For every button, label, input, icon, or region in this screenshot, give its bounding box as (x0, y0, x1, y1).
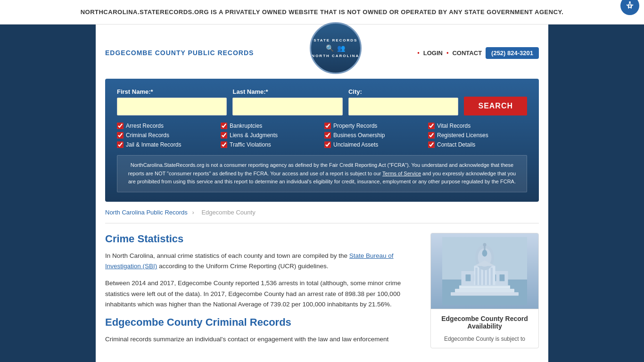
search-area: First Name:* Last Name:* City: SEARCH Ar… (105, 79, 539, 202)
city-label: City: (348, 88, 458, 95)
breadcrumb-current: Edgecombe County (201, 209, 255, 216)
last-name-input[interactable] (232, 98, 342, 115)
checkbox-contact-details[interactable] (428, 141, 435, 148)
capitol-building-icon (442, 236, 527, 306)
checkbox-vital-records[interactable] (428, 123, 435, 129)
svg-rect-12 (500, 274, 505, 281)
checkbox-criminal-records[interactable] (117, 132, 124, 139)
checkbox-item: Contact Details (428, 141, 527, 148)
first-name-field-group: First Name:* (117, 88, 227, 115)
content-wrapper: Crime Statistics In North Carolina, annu… (105, 233, 539, 352)
contact-link[interactable]: CONTACT (452, 49, 482, 57)
breadcrumb-parent-link[interactable]: North Carolina Public Records (105, 209, 188, 216)
checkboxes-grid: Arrest RecordsBankruptciesProperty Recor… (117, 123, 527, 148)
content-sidebar: Edgecombe County Record Availability Edg… (430, 233, 539, 352)
checkbox-label: Traffic Violations (230, 141, 271, 148)
checkbox-jail-&-inmate-records[interactable] (117, 141, 124, 148)
checkbox-traffic-violations[interactable] (221, 141, 227, 148)
logo-area: STATE RECORDS 🔍 👥 NORTH CAROLINA (310, 32, 362, 74)
svg-rect-15 (479, 268, 481, 285)
checkbox-label: Registered Licenses (437, 132, 488, 139)
disclaimer-text: NorthCarolina.StateRecords.org is not a … (128, 162, 516, 184)
last-name-label: Last Name:* (232, 88, 342, 95)
svg-rect-16 (483, 268, 485, 285)
checkbox-label: Vital Records (437, 123, 471, 129)
search-icon: 🔍 (326, 44, 334, 52)
logo-text-top: STATE RECORDS (314, 38, 357, 42)
city-input[interactable] (348, 98, 458, 115)
checkbox-arrest-records[interactable] (117, 123, 124, 129)
checkbox-bankruptcies[interactable] (221, 123, 227, 129)
svg-rect-17 (487, 268, 489, 285)
checkbox-label: Jail & Inmate Records (126, 141, 181, 148)
header-nav: • LOGIN • CONTACT (252) 824-3201 (417, 47, 539, 59)
main-container: EDGECOMBE COUNTY PUBLIC RECORDS STATE RE… (96, 25, 548, 362)
checkbox-item: Property Records (324, 123, 423, 129)
phone-badge[interactable]: (252) 824-3201 (486, 47, 539, 59)
first-name-label: First Name:* (117, 88, 227, 95)
checkbox-item: Traffic Violations (221, 141, 320, 148)
last-name-field-group: Last Name:* (232, 88, 342, 115)
banner-text: NORTHCAROLINA.STATERECORDS.ORG IS A PRIV… (81, 8, 564, 16)
svg-rect-18 (491, 268, 493, 285)
logo-text-bottom: NORTH CAROLINA (312, 54, 359, 58)
city-field-group: City: (348, 88, 458, 115)
svg-rect-4 (451, 292, 519, 296)
crime-stats-p2: Between 2014 and 2017, Edgecombe County … (105, 278, 419, 310)
accessibility-button[interactable] (620, 0, 639, 15)
svg-rect-6 (459, 285, 510, 288)
checkbox-item: Liens & Judgments (221, 132, 320, 139)
first-name-input[interactable] (117, 98, 227, 115)
checkbox-item: Vital Records (428, 123, 527, 129)
checkbox-label: Bankruptcies (230, 123, 262, 129)
checkbox-business-ownership[interactable] (324, 132, 331, 139)
checkbox-label: Business Ownership (333, 132, 385, 139)
sidebar-card-title: Edgecombe County Record Availability (431, 309, 538, 336)
breadcrumb: North Carolina Public Records › Edgecomb… (105, 202, 539, 223)
accessibility-icon (625, 0, 635, 11)
checkbox-label: Property Records (333, 123, 377, 129)
svg-rect-5 (455, 289, 514, 292)
checkbox-label: Contact Details (437, 141, 475, 148)
people-icon: 👥 (337, 44, 346, 52)
checkbox-item: Arrest Records (117, 123, 216, 129)
checkbox-item: Jail & Inmate Records (117, 141, 216, 148)
site-logo: STATE RECORDS 🔍 👥 NORTH CAROLINA (310, 22, 362, 74)
terms-link[interactable]: Terms of Service (382, 171, 421, 176)
checkbox-item: Criminal Records (117, 132, 216, 139)
site-title: EDGECOMBE COUNTY PUBLIC RECORDS (105, 49, 254, 57)
sidebar-card-image (431, 233, 538, 309)
top-banner: NORTHCAROLINA.STATERECORDS.ORG IS A PRIV… (0, 0, 644, 25)
criminal-records-p1: Criminal records summarize an individual… (105, 334, 419, 345)
login-link[interactable]: LOGIN (423, 49, 443, 57)
logo-icons: 🔍 👥 (326, 44, 346, 52)
crime-stats-title: Crime Statistics (105, 233, 419, 245)
site-header: EDGECOMBE COUNTY PUBLIC RECORDS STATE RE… (105, 25, 539, 79)
breadcrumb-separator: › (192, 209, 194, 216)
svg-point-1 (629, 2, 631, 3)
crime-stats-p1: In North Carolina, annual crime statisti… (105, 251, 419, 272)
svg-point-24 (482, 250, 487, 256)
sbi-link[interactable]: State Bureau of Investigation (SBI) (105, 252, 394, 270)
checkbox-liens-&-judgments[interactable] (221, 132, 227, 139)
svg-rect-8 (466, 274, 471, 281)
checkbox-unclaimed-assets[interactable] (324, 141, 331, 148)
checkbox-property-records[interactable] (324, 123, 331, 129)
criminal-records-title: Edgecombe County Criminal Records (105, 316, 419, 329)
checkbox-label: Liens & Judgments (230, 132, 278, 139)
checkbox-item: Business Ownership (324, 132, 423, 139)
sidebar-card-subtitle: Edgecombe County is subject to (431, 336, 538, 348)
checkbox-item: Bankruptcies (221, 123, 320, 129)
checkbox-item: Registered Licenses (428, 132, 527, 139)
checkbox-label: Unclaimed Assets (333, 141, 378, 148)
sidebar-card: Edgecombe County Record Availability Edg… (430, 233, 539, 348)
checkbox-registered-licenses[interactable] (428, 132, 435, 139)
dot-2: • (446, 49, 449, 57)
checkbox-label: Arrest Records (126, 123, 164, 129)
svg-point-23 (483, 243, 486, 246)
checkbox-label: Criminal Records (126, 132, 169, 139)
checkbox-item: Unclaimed Assets (324, 141, 423, 148)
svg-rect-14 (475, 268, 478, 285)
search-button[interactable]: SEARCH (464, 97, 527, 115)
content-main: Crime Statistics In North Carolina, annu… (105, 233, 419, 352)
